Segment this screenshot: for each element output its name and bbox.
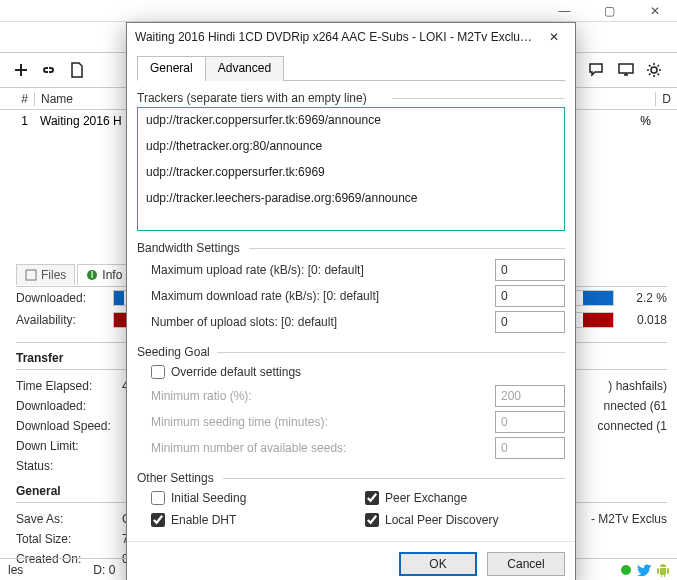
peer-exchange-input[interactable] <box>365 491 379 505</box>
seed-label-2: Minimum number of available seeds: <box>151 441 495 455</box>
file-icon[interactable] <box>64 57 90 83</box>
bw-label-2: Number of upload slots: [0: default] <box>151 315 495 329</box>
initial-seeding-checkbox[interactable]: Initial Seeding <box>137 487 351 509</box>
seed-label-0: Minimum ratio (%): <box>151 389 495 403</box>
tab-info[interactable]: iInfo <box>77 264 131 285</box>
tracker-line: udp://thetracker.org:80/announce <box>146 140 556 152</box>
dialog-title: Waiting 2016 Hindi 1CD DVDRip x264 AAC E… <box>135 30 535 44</box>
enable-dht-label: Enable DHT <box>171 513 236 527</box>
seed-input-1 <box>495 411 565 433</box>
link-icon[interactable] <box>36 57 62 83</box>
transfer-k-4: Status: <box>16 459 122 473</box>
peer-exchange-checkbox[interactable]: Peer Exchange <box>351 487 565 509</box>
col-d[interactable]: D <box>655 92 677 106</box>
local-peer-discovery-checkbox[interactable]: Local Peer Discovery <box>351 509 565 531</box>
svg-rect-2 <box>26 270 36 280</box>
svg-rect-0 <box>619 64 633 73</box>
bw-input-1[interactable] <box>495 285 565 307</box>
peer-exchange-label: Peer Exchange <box>385 491 467 505</box>
availability-val: 0.018 <box>620 313 667 327</box>
gen-right-0: - M2Tv Exclus <box>591 512 667 526</box>
monitor-icon[interactable] <box>613 57 639 83</box>
transfer-k-1: Downloaded: <box>16 399 122 413</box>
status-left: les <box>8 563 23 577</box>
gen-k-1: Total Size: <box>16 532 122 546</box>
tab-info-label: Info <box>102 268 122 282</box>
tab-advanced[interactable]: Advanced <box>205 56 284 81</box>
row-name: Waiting 2016 H <box>34 114 122 128</box>
tracker-line: udp://tracker.coppersurfer.tk:6969/annou… <box>146 114 556 126</box>
transfer-right-1: nnected (61 <box>604 399 667 413</box>
transfer-right-2: connected (1 <box>598 419 667 433</box>
enable-dht-input[interactable] <box>151 513 165 527</box>
trackers-label: Trackers (separate tiers with an empty l… <box>137 91 373 105</box>
trackers-textarea[interactable]: udp://tracker.coppersurfer.tk:6969/annou… <box>137 107 565 231</box>
seed-label-1: Minimum seeding time (minutes): <box>151 415 495 429</box>
transfer-k-2: Download Speed: <box>16 419 122 433</box>
seed-input-0 <box>495 385 565 407</box>
tracker-line: udp://tracker.coppersurfer.tk:6969 <box>146 166 556 178</box>
bg-max-button[interactable]: ▢ <box>587 0 632 22</box>
add-icon[interactable] <box>8 57 34 83</box>
transfer-right-0: ) hashfails) <box>608 379 667 393</box>
bw-input-0[interactable] <box>495 259 565 281</box>
bw-label-1: Maximum download rate (kB/s): [0: defaul… <box>151 289 495 303</box>
bw-input-2[interactable] <box>495 311 565 333</box>
initial-seeding-label: Initial Seeding <box>171 491 246 505</box>
row-num: 1 <box>0 114 34 128</box>
transfer-k-0: Time Elapsed: <box>16 379 122 393</box>
svg-text:i: i <box>91 269 94 281</box>
transfer-k-3: Down Limit: <box>16 439 122 453</box>
dialog-titlebar[interactable]: Waiting 2016 Hindi 1CD DVDRip x264 AAC E… <box>127 23 575 51</box>
torrent-properties-dialog: Waiting 2016 Hindi 1CD DVDRip x264 AAC E… <box>126 22 576 580</box>
override-label: Override default settings <box>171 365 301 379</box>
status-d: D: 0 <box>93 563 115 577</box>
override-checkbox[interactable]: Override default settings <box>137 361 565 383</box>
bg-close-button[interactable]: ✕ <box>632 0 677 22</box>
close-icon[interactable]: ✕ <box>535 25 573 49</box>
android-icon[interactable] <box>657 563 669 577</box>
tab-files[interactable]: Files <box>16 264 75 285</box>
row-pct: % <box>640 114 651 128</box>
enable-dht-checkbox[interactable]: Enable DHT <box>137 509 351 531</box>
seed-input-2 <box>495 437 565 459</box>
tab-files-label: Files <box>41 268 66 282</box>
col-num[interactable]: # <box>0 92 34 106</box>
bg-titlebar: — ▢ ✕ <box>0 0 677 22</box>
bandwidth-header: Bandwidth Settings <box>137 241 246 255</box>
seeding-header: Seeding Goal <box>137 345 216 359</box>
dialog-tabs: General Advanced <box>137 55 565 81</box>
connection-ok-icon <box>621 565 631 575</box>
ok-button[interactable]: OK <box>399 552 477 576</box>
downloaded-pct: 2.2 % <box>620 291 667 305</box>
svg-point-1 <box>651 67 657 73</box>
gen-k-0: Save As: <box>16 512 122 526</box>
other-header: Other Settings <box>137 471 220 485</box>
local-peer-discovery-input[interactable] <box>365 513 379 527</box>
cancel-button[interactable]: Cancel <box>487 552 565 576</box>
initial-seeding-input[interactable] <box>151 491 165 505</box>
bw-label-0: Maximum upload rate (kB/s): [0: default] <box>151 263 495 277</box>
detail-tabs: Files iInfo <box>16 264 131 285</box>
availability-label: Availability: <box>16 313 107 327</box>
override-checkbox-input[interactable] <box>151 365 165 379</box>
chat-icon[interactable] <box>585 57 611 83</box>
gear-icon[interactable] <box>641 57 667 83</box>
tracker-line: udp://tracker.leechers-paradise.org:6969… <box>146 192 556 204</box>
local-peer-discovery-label: Local Peer Discovery <box>385 513 498 527</box>
bg-min-button[interactable]: — <box>542 0 587 22</box>
downloaded-label: Downloaded: <box>16 291 107 305</box>
tab-general[interactable]: General <box>137 56 206 81</box>
twitter-icon[interactable] <box>637 564 651 576</box>
col-name[interactable]: Name <box>34 92 124 106</box>
